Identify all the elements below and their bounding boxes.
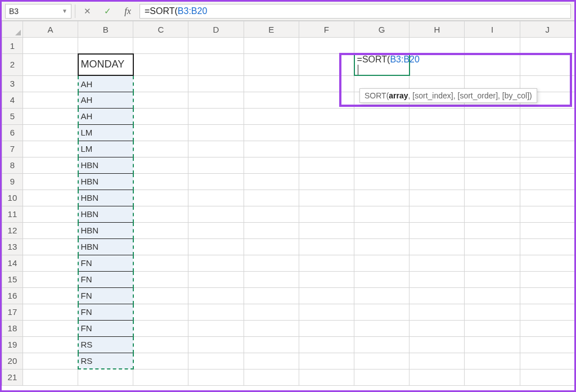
cell[interactable]	[133, 255, 188, 271]
row-header[interactable]: 3	[2, 75, 23, 92]
cell[interactable]	[244, 222, 299, 238]
cell[interactable]	[188, 38, 244, 54]
cell[interactable]	[22, 124, 78, 141]
cell-selected[interactable]: FN	[78, 320, 133, 336]
cell[interactable]	[354, 38, 410, 54]
cell[interactable]	[354, 271, 410, 287]
cell[interactable]	[188, 304, 244, 320]
cell[interactable]	[520, 320, 574, 336]
cell[interactable]	[465, 190, 520, 206]
cell-selected[interactable]: RS	[78, 336, 133, 353]
cell[interactable]	[299, 369, 354, 385]
cell[interactable]	[244, 75, 299, 92]
cell[interactable]	[133, 157, 188, 173]
row-header[interactable]: 20	[2, 353, 23, 369]
col-header[interactable]: E	[244, 21, 299, 38]
cell[interactable]	[520, 54, 574, 76]
cell-selected[interactable]: HBN	[78, 206, 133, 222]
cell[interactable]	[244, 124, 299, 141]
cell[interactable]	[188, 54, 244, 76]
cell[interactable]	[354, 320, 410, 336]
cell[interactable]	[188, 255, 244, 271]
cell[interactable]	[244, 238, 299, 255]
cell[interactable]	[22, 190, 78, 206]
cell[interactable]	[465, 173, 520, 190]
cell[interactable]	[410, 255, 465, 271]
cell[interactable]	[133, 369, 188, 385]
row-header[interactable]: 15	[2, 271, 23, 287]
cell[interactable]	[133, 238, 188, 255]
cell[interactable]	[22, 255, 78, 271]
col-header[interactable]: C	[133, 21, 188, 38]
cell[interactable]	[22, 304, 78, 320]
cell[interactable]	[22, 108, 78, 124]
cell[interactable]	[465, 38, 520, 54]
insert-function-button[interactable]: fx	[119, 4, 136, 19]
cell[interactable]	[22, 238, 78, 255]
cell[interactable]	[520, 222, 574, 238]
cell[interactable]	[22, 38, 78, 54]
cell[interactable]	[299, 124, 354, 141]
cell[interactable]	[520, 173, 574, 190]
cell[interactable]	[465, 304, 520, 320]
cell[interactable]	[78, 369, 133, 385]
cell[interactable]	[133, 336, 188, 353]
col-header[interactable]: I	[465, 21, 520, 38]
cell-b2[interactable]: MONDAY	[78, 54, 133, 76]
row-header[interactable]: 11	[2, 206, 23, 222]
cell[interactable]	[299, 222, 354, 238]
row-header[interactable]: 13	[2, 238, 23, 255]
cell[interactable]	[188, 206, 244, 222]
name-box[interactable]: B3 ▼	[5, 4, 71, 19]
cell[interactable]	[22, 173, 78, 190]
cell[interactable]	[465, 287, 520, 304]
cell[interactable]	[410, 238, 465, 255]
cell[interactable]	[22, 320, 78, 336]
col-header[interactable]: G	[354, 21, 410, 38]
row-header[interactable]: 6	[2, 124, 23, 141]
cell[interactable]	[133, 287, 188, 304]
cell[interactable]	[465, 353, 520, 369]
cell[interactable]	[133, 38, 188, 54]
cell-selected[interactable]: HBN	[78, 157, 133, 173]
cell[interactable]	[188, 92, 244, 108]
cell[interactable]	[299, 108, 354, 124]
cell[interactable]	[299, 190, 354, 206]
cell[interactable]	[244, 38, 299, 54]
cell[interactable]	[520, 369, 574, 385]
cell[interactable]	[465, 255, 520, 271]
cell[interactable]	[188, 353, 244, 369]
cell[interactable]	[410, 206, 465, 222]
cell[interactable]	[244, 304, 299, 320]
cell[interactable]	[244, 157, 299, 173]
cell[interactable]	[244, 353, 299, 369]
row-header[interactable]: 5	[2, 108, 23, 124]
row-header[interactable]: 17	[2, 304, 23, 320]
cell[interactable]	[133, 304, 188, 320]
cell[interactable]	[354, 287, 410, 304]
cell[interactable]	[133, 108, 188, 124]
row-header[interactable]: 7	[2, 141, 23, 157]
cell[interactable]	[299, 141, 354, 157]
cell-selected[interactable]: LM	[78, 141, 133, 157]
cell[interactable]	[244, 255, 299, 271]
cell[interactable]	[299, 38, 354, 54]
cell[interactable]	[188, 190, 244, 206]
cell[interactable]	[299, 206, 354, 222]
cell[interactable]	[354, 369, 410, 385]
row-header[interactable]: 12	[2, 222, 23, 238]
cell[interactable]	[410, 271, 465, 287]
cell[interactable]	[520, 304, 574, 320]
col-header[interactable]: F	[299, 21, 354, 38]
cell-selected[interactable]: LM	[78, 124, 133, 141]
cell[interactable]	[299, 353, 354, 369]
cell[interactable]	[188, 124, 244, 141]
cell[interactable]	[299, 304, 354, 320]
cell[interactable]	[244, 336, 299, 353]
cell[interactable]	[244, 287, 299, 304]
cell[interactable]	[299, 320, 354, 336]
cell[interactable]	[410, 320, 465, 336]
cell[interactable]	[465, 271, 520, 287]
cell[interactable]	[244, 369, 299, 385]
cell[interactable]	[188, 141, 244, 157]
